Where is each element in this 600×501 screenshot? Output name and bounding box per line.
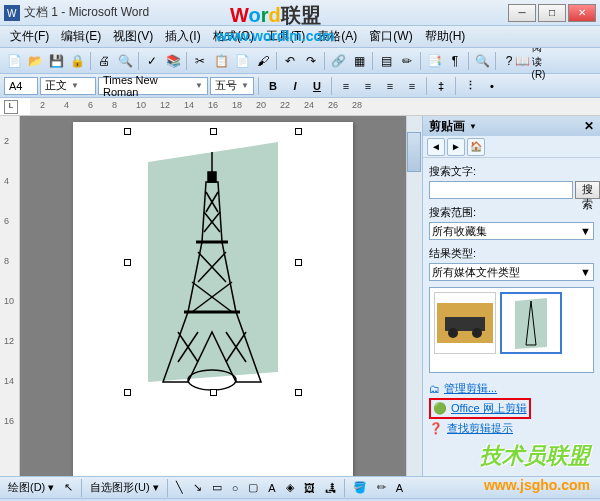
nav-back-button[interactable]: ◄ [427, 138, 445, 156]
minimize-button[interactable]: ─ [508, 4, 536, 22]
clipart-taskpane: 剪贴画 ▼ ✕ ◄ ► 🏠 搜索文字: 搜索 搜索范围: 所有收藏集▼ 结果类型… [422, 116, 600, 476]
style-dropdown[interactable]: 正文▼ [40, 77, 96, 95]
vertical-scrollbar[interactable] [406, 116, 422, 476]
menu-help[interactable]: 帮助(H) [419, 26, 472, 47]
align-center-button[interactable]: ≡ [358, 76, 378, 96]
menu-file[interactable]: 文件(F) [4, 26, 55, 47]
maximize-button[interactable]: □ [538, 4, 566, 22]
document-area[interactable] [20, 116, 406, 476]
columns-button[interactable]: ▤ [376, 51, 396, 71]
taskpane-body: 搜索文字: 搜索 搜索范围: 所有收藏集▼ 结果类型: 所有媒体文件类型▼ 🗂 [423, 158, 600, 476]
spell-button[interactable]: ✓ [142, 51, 162, 71]
copy-button[interactable]: 📋 [211, 51, 231, 71]
close-button[interactable]: ✕ [568, 4, 596, 22]
arrow-button[interactable]: ↘ [189, 479, 206, 496]
watermark-top: Word联盟 [230, 2, 321, 29]
align-left-button[interactable]: ≡ [336, 76, 356, 96]
autoshapes-menu[interactable]: 自选图形(U) ▾ [86, 478, 162, 497]
office-icon: 🟢 [433, 402, 447, 415]
resize-handle-bm[interactable] [210, 389, 217, 396]
font-dropdown[interactable]: Times New Roman▼ [98, 77, 208, 95]
find-tips-link[interactable]: ❓ 查找剪辑提示 [429, 419, 594, 438]
font-color-button[interactable]: A [392, 480, 407, 496]
line-color-button[interactable]: ✏ [373, 479, 390, 496]
menu-window[interactable]: 窗口(W) [363, 26, 418, 47]
search-button[interactable]: 搜索 [575, 181, 600, 199]
type-dropdown[interactable]: 所有媒体文件类型▼ [429, 263, 594, 281]
svg-point-24 [472, 328, 482, 338]
nav-forward-button[interactable]: ► [447, 138, 465, 156]
zoom-button[interactable]: 🔍 [472, 51, 492, 71]
menu-view[interactable]: 视图(V) [107, 26, 159, 47]
preview-button[interactable]: 🔍 [115, 51, 135, 71]
bold-button[interactable]: B [263, 76, 283, 96]
taskpane-close-button[interactable]: ✕ [584, 119, 594, 133]
diagram-button[interactable]: ◈ [282, 479, 298, 496]
align-right-button[interactable]: ≡ [380, 76, 400, 96]
italic-button[interactable]: I [285, 76, 305, 96]
draw-menu[interactable]: 绘图(D) ▾ [4, 478, 58, 497]
wordart-button[interactable]: A [264, 480, 279, 496]
rectangle-button[interactable]: ▭ [208, 479, 226, 496]
selected-clipart[interactable] [128, 132, 298, 392]
save-button[interactable]: 💾 [46, 51, 66, 71]
style-prefix-dropdown[interactable]: A4 [4, 77, 38, 95]
bullets-button[interactable]: • [482, 76, 502, 96]
table-button[interactable]: ▦ [349, 51, 369, 71]
tab-selector[interactable]: L [4, 100, 18, 114]
horizontal-ruler[interactable]: L 2 4 6 8 10 12 14 16 18 20 22 24 26 28 [0, 98, 600, 116]
underline-button[interactable]: U [307, 76, 327, 96]
results-panel [429, 287, 594, 373]
search-input[interactable] [429, 181, 573, 199]
resize-handle-mr[interactable] [295, 259, 302, 266]
size-dropdown[interactable]: 五号▼ [210, 77, 254, 95]
resize-handle-ml[interactable] [124, 259, 131, 266]
show-button[interactable]: ¶ [445, 51, 465, 71]
scope-dropdown[interactable]: 所有收藏集▼ [429, 222, 594, 240]
justify-button[interactable]: ≡ [402, 76, 422, 96]
menu-edit[interactable]: 编辑(E) [55, 26, 107, 47]
undo-button[interactable]: ↶ [280, 51, 300, 71]
oval-button[interactable]: ○ [228, 480, 243, 496]
resize-handle-bl[interactable] [124, 389, 131, 396]
print-button[interactable]: 🖨 [94, 51, 114, 71]
vertical-ruler[interactable]: 2 4 6 8 10 12 14 16 [0, 116, 20, 476]
resize-handle-tm[interactable] [210, 128, 217, 135]
resize-handle-tr[interactable] [295, 128, 302, 135]
office-online-link[interactable]: 🟢 Office 网上剪辑 [429, 398, 531, 419]
clipart-thumb-eiffel[interactable] [500, 292, 562, 354]
select-objects-button[interactable]: ↖ [60, 479, 77, 496]
picture-button[interactable]: 🏞 [321, 480, 340, 496]
resize-handle-tl[interactable] [124, 128, 131, 135]
standard-toolbar: 📄 📂 💾 🔒 🖨 🔍 ✓ 📚 ✂ 📋 📄 🖌 ↶ ↷ 🔗 ▦ ▤ ✏ 📑 ¶ … [0, 48, 600, 74]
taskpane-nav: ◄ ► 🏠 [423, 136, 600, 158]
manage-clips-link[interactable]: 🗂 管理剪辑... [429, 379, 594, 398]
open-button[interactable]: 📂 [25, 51, 45, 71]
cut-button[interactable]: ✂ [190, 51, 210, 71]
research-button[interactable]: 📚 [163, 51, 183, 71]
paste-button[interactable]: 📄 [232, 51, 252, 71]
clipart-thumb-car[interactable] [434, 292, 496, 354]
nav-home-button[interactable]: 🏠 [467, 138, 485, 156]
line-button[interactable]: ╲ [172, 479, 187, 496]
taskpane-header: 剪贴画 ▼ ✕ [423, 116, 600, 136]
read-button[interactable]: 📖阅读(R) [520, 51, 540, 71]
fill-color-button[interactable]: 🪣 [349, 479, 371, 496]
svg-marker-26 [515, 298, 547, 349]
textbox-button[interactable]: ▢ [244, 479, 262, 496]
resize-handle-br[interactable] [295, 389, 302, 396]
new-button[interactable]: 📄 [4, 51, 24, 71]
permissions-button[interactable]: 🔒 [67, 51, 87, 71]
redo-button[interactable]: ↷ [301, 51, 321, 71]
line-spacing-button[interactable]: ‡ [431, 76, 451, 96]
drawing-button[interactable]: ✏ [397, 51, 417, 71]
hyperlink-button[interactable]: 🔗 [328, 51, 348, 71]
page[interactable] [73, 122, 353, 476]
doc-map-button[interactable]: 📑 [424, 51, 444, 71]
clipart-button[interactable]: 🖼 [300, 480, 319, 496]
menu-insert[interactable]: 插入(I) [159, 26, 206, 47]
scroll-thumb[interactable] [407, 132, 421, 172]
format-painter-button[interactable]: 🖌 [253, 51, 273, 71]
window-controls: ─ □ ✕ [508, 4, 596, 22]
numbering-button[interactable]: ⋮ [460, 76, 480, 96]
